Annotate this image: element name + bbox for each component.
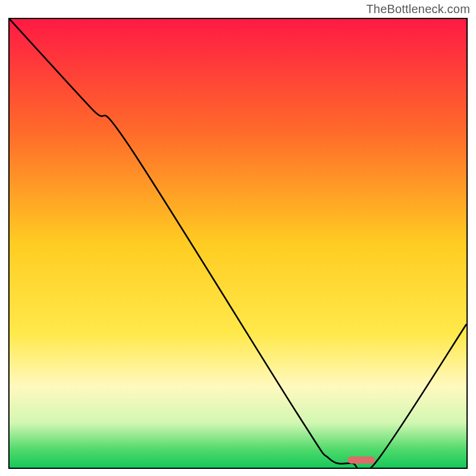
plot-frame xyxy=(8,18,468,469)
chart-container: TheBottleneck.com xyxy=(0,0,476,476)
optimal-marker xyxy=(347,456,375,464)
watermark-label: TheBottleneck.com xyxy=(366,2,470,16)
gradient-background xyxy=(10,19,466,468)
plot-svg xyxy=(10,19,466,468)
